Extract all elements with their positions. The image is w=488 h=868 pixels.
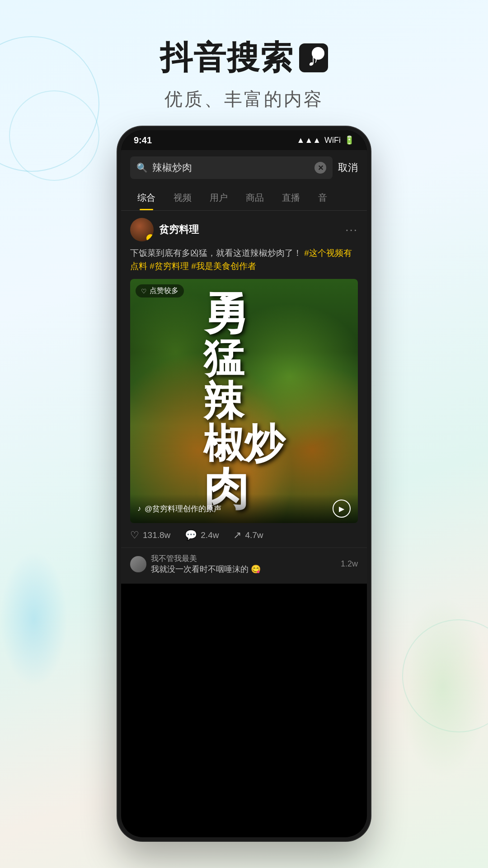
commenter-name[interactable]: 我不管我最美 (151, 553, 336, 564)
hashtag-3[interactable]: #我是美食创作者 (191, 261, 256, 271)
search-query-text: 辣椒炒肉 (152, 161, 310, 175)
search-icon: 🔍 (136, 162, 148, 173)
tab-product[interactable]: 商品 (237, 185, 273, 210)
phone-frame: 9:41 ▲▲▲ WiFi 🔋 🔍 辣椒炒肉 ✕ 取消 综合 (117, 127, 371, 841)
video-overlay-line2: 猛 (203, 337, 285, 380)
engagement-bar: ♡ 131.8w 💬 2.4w ↗ 4.7w (121, 523, 367, 548)
comments-count: 2.4w (201, 530, 219, 540)
search-input-container[interactable]: 🔍 辣椒炒肉 ✕ (130, 156, 333, 179)
share-button[interactable]: ↗ 4.7w (233, 529, 263, 541)
tab-live[interactable]: 直播 (273, 185, 309, 210)
more-options-button[interactable]: ··· (345, 223, 358, 237)
tab-user[interactable]: 用户 (201, 185, 237, 210)
battery-icon: 🔋 (344, 135, 354, 145)
header-section: 抖音搜索 ♪ 优质、丰富的内容 (0, 0, 488, 130)
tab-comprehensive[interactable]: 综合 (128, 185, 164, 210)
audio-label: @贫穷料理创作的原声 (145, 504, 221, 514)
user-info: ✓ 贫穷料理 (130, 218, 199, 241)
avatar[interactable]: ✓ (130, 218, 154, 241)
status-bar: 9:41 ▲▲▲ WiFi 🔋 (121, 130, 367, 150)
username[interactable]: 贫穷料理 (159, 223, 199, 236)
comment-preview: 我不管我最美 我就没一次看时不咽唾沫的 😋 1.2w (121, 548, 367, 584)
heart-icon: ♡ (130, 529, 139, 541)
bg-blob-right (398, 597, 488, 778)
tiktok-music-icon: ♪ (137, 505, 141, 513)
signal-icon: ▲▲▲ (297, 136, 321, 145)
video-overlay-line3: 辣 (203, 380, 285, 423)
status-time: 9:41 (134, 135, 152, 146)
comment-content: 我不管我最美 我就没一次看时不咽唾沫的 😋 (151, 553, 336, 575)
comment-icon: 💬 (185, 529, 197, 541)
shares-count: 4.7w (245, 530, 263, 540)
likes-count: 131.8w (143, 530, 170, 540)
comment-text: 我就没一次看时不咽唾沫的 😋 (151, 564, 336, 575)
tab-video[interactable]: 视频 (164, 185, 201, 210)
tiktok-logo-icon: ♪ (299, 43, 328, 72)
hashtag-2[interactable]: #贫穷料理 (150, 261, 189, 271)
tab-audio[interactable]: 音 (309, 185, 336, 210)
comments-button[interactable]: 💬 2.4w (185, 529, 219, 541)
tab-bar: 综合 视频 用户 商品 直播 音 (121, 185, 367, 211)
wifi-icon: WiFi (324, 136, 341, 145)
app-title-text: 抖音搜索 (160, 36, 294, 80)
post-card: ✓ 贫穷料理 ··· 下饭菜到底有多凶猛，就看这道辣椒炒肉了！ #这个视频有点料… (121, 211, 367, 523)
post-description: 下饭菜到底有多凶猛，就看这道辣椒炒肉了！ #这个视频有点料 #贫穷料理 #我是美… (130, 247, 358, 273)
tiktok-note-icon: ♪ (307, 44, 320, 71)
phone-mockup: 9:41 ▲▲▲ WiFi 🔋 🔍 辣椒炒肉 ✕ 取消 综合 (117, 127, 371, 841)
content-area: ✓ 贫穷料理 ··· 下饭菜到底有多凶猛，就看这道辣椒炒肉了！ #这个视频有点料… (121, 211, 367, 584)
comment-row: 我不管我最美 我就没一次看时不咽唾沫的 😋 1.2w (130, 553, 358, 575)
bg-blob-left (0, 552, 68, 687)
post-desc-text: 下饭菜到底有多凶猛，就看这道辣椒炒肉了！ (130, 248, 302, 258)
likes-button[interactable]: ♡ 131.8w (130, 529, 170, 541)
audio-info: ♪ @贫穷料理创作的原声 (137, 504, 221, 514)
comment-count: 1.2w (341, 559, 358, 569)
cancel-button[interactable]: 取消 (338, 161, 358, 175)
subtitle: 优质、丰富的内容 (0, 87, 488, 112)
video-overlay-line4: 椒炒 (203, 422, 285, 465)
verified-badge-icon: ✓ (146, 234, 154, 241)
post-header: ✓ 贫穷料理 ··· (130, 218, 358, 241)
video-container[interactable]: ♡ 点赞较多 勇 猛 辣 椒炒 肉 (130, 279, 358, 523)
video-overlay-line1: 勇 (203, 289, 285, 337)
share-icon: ↗ (233, 529, 241, 541)
app-title: 抖音搜索 ♪ (0, 36, 488, 80)
phone-screen: 9:41 ▲▲▲ WiFi 🔋 🔍 辣椒炒肉 ✕ 取消 综合 (121, 130, 367, 837)
play-button[interactable]: ▶ (333, 500, 351, 518)
video-text-overlay: 勇 猛 辣 椒炒 肉 (130, 279, 358, 523)
commenter-avatar (130, 556, 146, 572)
video-bottom-bar: ♪ @贫穷料理创作的原声 ▶ (130, 494, 358, 523)
status-icons: ▲▲▲ WiFi 🔋 (297, 135, 354, 145)
search-bar: 🔍 辣椒炒肉 ✕ 取消 (121, 150, 367, 185)
clear-search-button[interactable]: ✕ (314, 162, 326, 174)
